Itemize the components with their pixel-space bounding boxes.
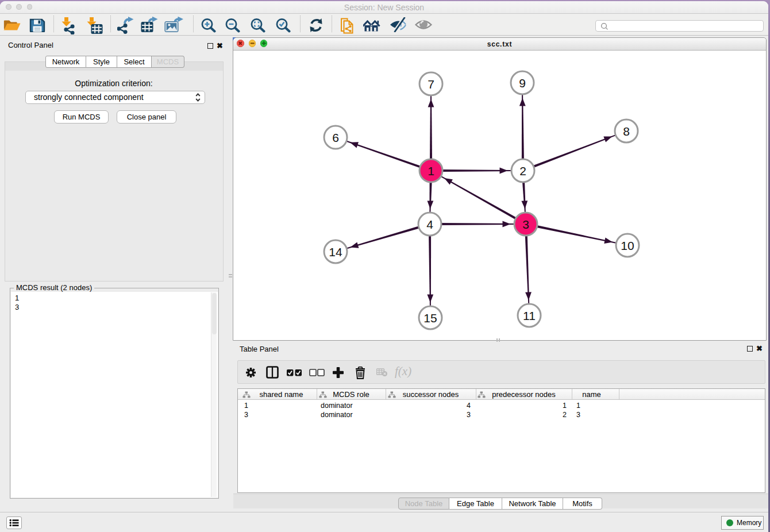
svg-text:4: 4 — [426, 218, 433, 231]
svg-text:1: 1 — [428, 164, 434, 178]
svg-text:6: 6 — [332, 131, 339, 144]
svg-text:9: 9 — [519, 76, 526, 90]
svg-text:11: 11 — [523, 309, 536, 322]
svg-text:2: 2 — [519, 164, 526, 178]
svg-text:8: 8 — [623, 125, 630, 138]
svg-text:7: 7 — [428, 78, 434, 91]
svg-text:10: 10 — [621, 239, 634, 252]
svg-text:15: 15 — [424, 311, 437, 325]
svg-text:14: 14 — [329, 245, 342, 259]
svg-text:3: 3 — [522, 218, 529, 231]
